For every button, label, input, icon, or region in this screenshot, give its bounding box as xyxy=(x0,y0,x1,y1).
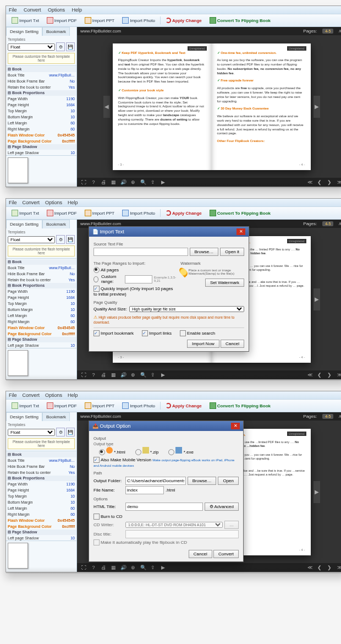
all-pages-radio[interactable] xyxy=(94,267,100,273)
browse-button[interactable]: Browse… xyxy=(190,248,219,256)
tree-row[interactable]: Left page Shadow10 xyxy=(6,535,76,541)
tree-row[interactable]: Hide Book Frame BarNo xyxy=(6,271,76,277)
sound-icon[interactable]: 🔊 xyxy=(120,179,127,185)
custom-range-radio[interactable] xyxy=(94,276,98,282)
tree-row[interactable]: Page Background Color0xcfffff xyxy=(6,331,76,337)
file-name-input[interactable] xyxy=(125,486,164,494)
tree-row[interactable]: Bottom Margin10 xyxy=(6,499,76,505)
tree-row[interactable]: Book Titlewww.FlipBuil… xyxy=(6,265,76,271)
tree-row[interactable]: Right Margin60 xyxy=(6,126,76,132)
mobile-checkbox[interactable] xyxy=(94,457,100,463)
close-icon[interactable]: ✕ xyxy=(237,228,245,235)
tree-section[interactable]: ⊟ Book Proportions xyxy=(6,476,76,481)
cancel-button[interactable]: Cancel xyxy=(221,340,244,348)
prev-page-icon[interactable]: ❮ xyxy=(316,179,323,185)
page-thumbnail[interactable] xyxy=(8,157,28,183)
tree-row[interactable]: Page Width1190 xyxy=(6,96,76,102)
template-add-button[interactable]: ⚙ xyxy=(56,42,65,51)
tree-row[interactable]: Top Margin10 xyxy=(6,108,76,114)
template-select[interactable]: Float xyxy=(8,43,55,51)
import-photo-button[interactable]: Import Photo xyxy=(119,16,158,25)
help-icon[interactable]: ? xyxy=(90,179,97,185)
tree-row[interactable]: Flash Window Color0x454545 xyxy=(6,517,76,523)
browse-button[interactable]: Browse… xyxy=(188,477,217,485)
custom-range-input[interactable] xyxy=(125,275,152,283)
convert-book-button[interactable]: Convert To Flipping Book xyxy=(207,209,273,217)
menu-convert[interactable]: Convert xyxy=(24,7,41,13)
convert-button[interactable]: Convert xyxy=(213,550,239,558)
import-pdf-button[interactable]: Import PDF xyxy=(44,401,80,410)
import-ppt-button[interactable]: Import PPT xyxy=(82,401,117,410)
import-ppt-button[interactable]: Import PPT xyxy=(82,16,117,25)
tree-section[interactable]: ⊟ Book Proportions xyxy=(6,283,76,288)
import-txt-button[interactable]: Import Txt xyxy=(9,209,42,217)
import-links-checkbox[interactable] xyxy=(142,330,148,336)
book-left-page[interactable]: Unregistered ✓ Keep PDF Hyperlink, Bookm… xyxy=(113,43,212,170)
tree-row[interactable]: Top Margin10 xyxy=(6,493,76,499)
tree-row[interactable]: Right Margin60 xyxy=(6,511,76,517)
import-txt-button[interactable]: Import Txt xyxy=(9,16,42,25)
tree-row[interactable]: Page Width1190 xyxy=(6,288,76,294)
tree-row[interactable]: Hide Book Frame BarNo xyxy=(6,78,76,84)
import-pdf-button[interactable]: Import PDF xyxy=(44,209,80,217)
search-icon[interactable]: 🔍 xyxy=(140,179,146,185)
tree-row[interactable]: Page Background Color0xcfffff xyxy=(6,138,76,144)
print-icon[interactable]: 🖨 xyxy=(100,179,107,185)
tree-row[interactable]: Left Margin60 xyxy=(6,313,76,319)
convert-book-button[interactable]: Convert To Flipping Book xyxy=(207,401,273,410)
exe-radio[interactable] xyxy=(168,449,174,455)
template-save-button[interactable]: 💾 xyxy=(66,42,75,51)
apply-change-button[interactable]: Apply Change xyxy=(163,17,205,24)
menu-file[interactable]: File xyxy=(9,7,17,13)
prev-page-edge[interactable]: ◀ xyxy=(103,96,110,118)
html-title-input[interactable] xyxy=(125,503,203,511)
tree-row[interactable]: Book Titlewww.FlipBuil… xyxy=(6,457,76,463)
autoflip-icon[interactable]: ▶ xyxy=(160,179,166,185)
tree-row[interactable]: Left Margin60 xyxy=(6,120,76,126)
source-file-input[interactable] xyxy=(94,248,188,256)
tree-row[interactable]: Page Height1684 xyxy=(6,294,76,301)
convert-book-button[interactable]: Convert To Flipping Book xyxy=(207,16,273,25)
zip-radio[interactable] xyxy=(135,449,141,455)
quick-import-checkbox[interactable] xyxy=(94,286,100,292)
zoom-icon[interactable]: ⊕ xyxy=(130,179,136,185)
tree-row[interactable]: Flash Window Color0x454545 xyxy=(6,132,76,138)
tree-row[interactable]: Left Margin60 xyxy=(6,505,76,511)
tree-row[interactable]: Retain the book to centerYes xyxy=(6,84,76,90)
tree-section[interactable]: ⊟ Page Shadow xyxy=(6,144,76,150)
tree-row[interactable]: Page Background Color0xcfffff xyxy=(6,523,76,530)
tree-section[interactable]: ⊟ Page Shadow xyxy=(6,530,76,535)
open-button[interactable]: Open xyxy=(218,477,239,485)
last-page-icon[interactable]: ≫ xyxy=(336,179,341,185)
tree-row[interactable]: Bottom Margin10 xyxy=(6,114,76,120)
import-photo-button[interactable]: Import Photo xyxy=(119,209,158,217)
tree-row[interactable]: Left page Shadow10 xyxy=(6,150,76,155)
burn-cd-checkbox[interactable] xyxy=(94,514,100,520)
enable-search-checkbox[interactable] xyxy=(180,330,186,336)
import-photo-button[interactable]: Import Photo xyxy=(119,401,158,410)
tree-section[interactable]: ⊟ Page Shadow xyxy=(6,337,76,342)
tree-row[interactable]: Book Titlewww.FlipBuil… xyxy=(6,72,76,78)
tree-row[interactable]: Retain the book to centerYes xyxy=(6,277,76,283)
fullscreen-icon[interactable]: ⛶ xyxy=(80,179,87,185)
first-page-icon[interactable]: ≪ xyxy=(306,179,313,185)
apply-change-button[interactable]: Apply Change xyxy=(163,209,205,217)
menu-options[interactable]: Options xyxy=(48,7,65,13)
tree-row[interactable]: Retain the book to centerYes xyxy=(6,470,76,476)
import-now-button[interactable]: Import Now xyxy=(187,340,219,348)
output-folder-input[interactable] xyxy=(125,477,186,485)
import-pdf-button[interactable]: Import PDF xyxy=(44,16,80,25)
tree-section[interactable]: ⊟ Book Proportions xyxy=(6,90,76,96)
tree-row[interactable]: Page Height1684 xyxy=(6,487,76,493)
import-ppt-button[interactable]: Import PPT xyxy=(82,209,117,217)
page-number-display[interactable]: 4-5 xyxy=(322,29,333,34)
tree-row[interactable]: Flash Window Color0x454545 xyxy=(6,325,76,331)
apply-change-button[interactable]: Apply Change xyxy=(163,402,205,410)
menu-help[interactable]: Help xyxy=(72,7,82,13)
tab-bookmark[interactable]: Bookmark xyxy=(42,27,70,36)
tree-row[interactable]: Hide Book Frame BarNo xyxy=(6,463,76,470)
tab-design-setting[interactable]: Design Setting xyxy=(6,27,42,36)
property-tree[interactable]: ⊟ BookBook Titlewww.FlipBuil…Hide Book F… xyxy=(6,66,76,155)
tree-row[interactable]: Right Margin60 xyxy=(6,319,76,325)
open-it-button[interactable]: Open it xyxy=(220,248,244,256)
